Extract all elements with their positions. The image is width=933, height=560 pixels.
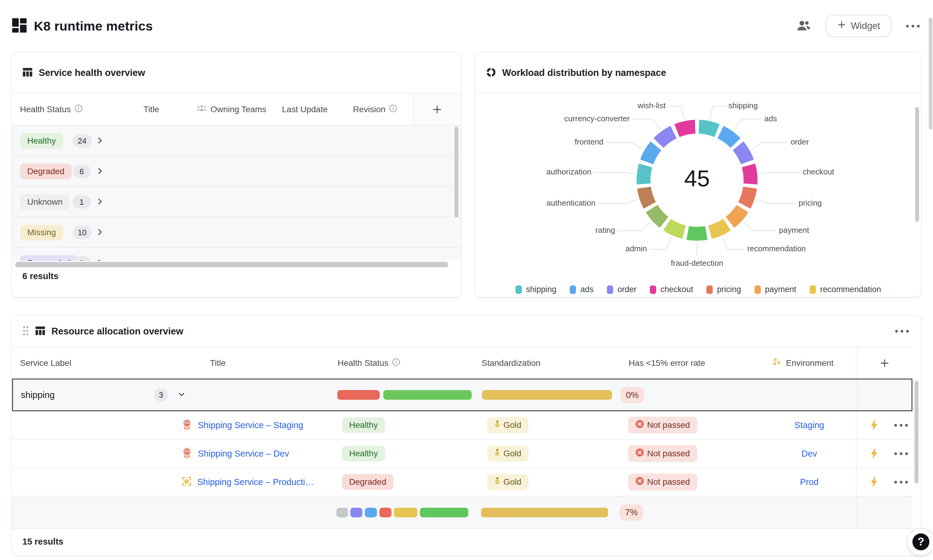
- donut-segment-pricing[interactable]: [744, 188, 750, 205]
- widget-menu-button[interactable]: [893, 328, 911, 334]
- service-link[interactable]: Shipping Service – Staging: [198, 420, 303, 430]
- service-link[interactable]: Shipping Service – Dev: [198, 449, 289, 459]
- table-row-unknown[interactable]: Unknown 1: [12, 187, 461, 217]
- col-health-status[interactable]: Health Status: [20, 105, 71, 114]
- share-users-button[interactable]: [795, 17, 813, 35]
- page-scrollbar[interactable]: [929, 17, 932, 129]
- expand-row-button[interactable]: [94, 165, 105, 177]
- row-menu-button[interactable]: [893, 479, 910, 485]
- col-revision[interactable]: Revision: [353, 105, 385, 114]
- col-title[interactable]: Title: [210, 358, 226, 368]
- vertical-scrollbar[interactable]: [454, 127, 458, 217]
- donut-segment-currency-converter[interactable]: [659, 132, 674, 143]
- health-badge: Healthy: [342, 417, 385, 433]
- label-leader-line: [734, 119, 762, 130]
- status-badge: Unknown: [20, 194, 70, 210]
- legend-item[interactable]: checkout: [650, 285, 693, 294]
- donut-label-pricing: pricing: [799, 198, 822, 208]
- add-column-button[interactable]: [430, 103, 444, 116]
- expand-row-button[interactable]: [94, 226, 105, 238]
- row-menu-button[interactable]: [893, 422, 910, 428]
- col-service-label[interactable]: Service Label: [20, 358, 71, 368]
- add-widget-button[interactable]: Widget: [825, 15, 891, 37]
- col-owning-teams[interactable]: Owning Teams: [211, 105, 266, 114]
- actions-bolt-button[interactable]: [868, 446, 881, 462]
- service-row-dev[interactable]: Shipping Service – Dev Healthy Gold Not …: [12, 440, 912, 468]
- donut-segment-authentication[interactable]: [644, 188, 650, 205]
- standardization-badge: Gold: [487, 446, 528, 462]
- col-standardization[interactable]: Standardization: [482, 358, 540, 368]
- col-health-status[interactable]: Health Status: [338, 358, 388, 368]
- status-badge: Healthy: [20, 133, 63, 149]
- donut-segment-shipping[interactable]: [699, 127, 717, 131]
- col-last-update[interactable]: Last Update: [282, 105, 328, 114]
- donut-segment-payment[interactable]: [730, 209, 742, 223]
- vertical-scrollbar[interactable]: [915, 381, 919, 483]
- table-row-suspended[interactable]: Suspended 1: [12, 248, 461, 261]
- service-row-staging[interactable]: Shipping Service – Staging Healthy Gold …: [12, 411, 912, 440]
- label-leader-line: [756, 200, 796, 204]
- medal-icon: [494, 477, 500, 487]
- legend-item[interactable]: payment: [754, 285, 796, 294]
- horizontal-scrollbar[interactable]: [15, 262, 448, 267]
- table-row-missing[interactable]: Missing 10: [12, 217, 461, 248]
- drag-handle-icon[interactable]: [22, 325, 29, 337]
- resource-table-header: Service Label Title Health Status Standa…: [12, 347, 912, 378]
- donut-segment-recommendation[interactable]: [710, 225, 727, 232]
- environment-link[interactable]: Staging: [794, 420, 824, 430]
- info-icon[interactable]: [392, 358, 400, 368]
- legend-item[interactable]: pricing: [707, 285, 741, 294]
- vertical-scrollbar[interactable]: [915, 107, 919, 222]
- actions-bolt-button[interactable]: [868, 474, 881, 490]
- donut-segment-ads[interactable]: [721, 132, 736, 143]
- x-circle-icon: [635, 477, 644, 488]
- legend-item[interactable]: ads: [570, 285, 594, 294]
- table-row-degraded[interactable]: Degraded 6: [12, 156, 461, 187]
- donut-segment-checkout[interactable]: [748, 165, 751, 184]
- donut-segment-fraud-detection[interactable]: [688, 233, 706, 234]
- add-column-button[interactable]: [878, 356, 891, 370]
- donut-label-authorization: authorization: [547, 167, 591, 176]
- environment-link[interactable]: Dev: [801, 449, 817, 459]
- donut-segment-order[interactable]: [738, 146, 748, 162]
- donut-segment-rating[interactable]: [652, 209, 664, 223]
- actions-bolt-button[interactable]: [868, 418, 881, 433]
- expand-row-button[interactable]: [94, 257, 105, 261]
- group-row-shipping[interactable]: shipping 3 0%: [12, 378, 912, 411]
- legend-item[interactable]: recommendation: [810, 285, 881, 294]
- legend-item[interactable]: order: [607, 285, 636, 294]
- error-rate-badge: 7%: [620, 505, 643, 520]
- x-circle-icon: [635, 448, 644, 459]
- donut-segment-wish-list[interactable]: [677, 127, 695, 131]
- label-leader-line: [751, 142, 788, 149]
- row-menu-button[interactable]: [893, 451, 910, 457]
- group-row-partial[interactable]: 7%: [12, 497, 912, 528]
- legend-swatch: [754, 285, 761, 294]
- page-menu-button[interactable]: [904, 23, 922, 29]
- count-badge: 24: [72, 134, 92, 148]
- col-environment[interactable]: Environment: [786, 358, 833, 368]
- service-row-production[interactable]: Shipping Service – Producti… Degraded Go…: [12, 468, 912, 497]
- service-link[interactable]: Shipping Service – Producti…: [197, 477, 314, 487]
- label-leader-line: [710, 106, 726, 119]
- info-icon[interactable]: [389, 104, 397, 115]
- bar-segment: [394, 508, 417, 517]
- resource-allocation-card: Resource allocation overview Service Lab…: [11, 315, 922, 556]
- col-title[interactable]: Title: [143, 105, 159, 114]
- col-error-rate[interactable]: Has <15% error rate: [629, 358, 705, 368]
- table-widget-icon: [35, 326, 45, 337]
- collapse-group-button[interactable]: [176, 389, 187, 401]
- chart-legend: shipping ads order checkout pricing paym…: [476, 285, 921, 294]
- info-icon[interactable]: [74, 104, 83, 115]
- table-row-healthy[interactable]: Healthy 24: [12, 126, 461, 156]
- expand-row-button[interactable]: [94, 135, 105, 147]
- environment-link[interactable]: Prod: [800, 477, 818, 487]
- expand-row-button[interactable]: [94, 196, 105, 208]
- donut-segment-frontend[interactable]: [647, 146, 656, 162]
- donut-segment-authorization[interactable]: [644, 165, 646, 184]
- donut-label-rating: rating: [595, 226, 615, 235]
- help-button[interactable]: ?: [907, 528, 933, 556]
- status-badge: Degraded: [20, 164, 72, 179]
- donut-segment-admin[interactable]: [667, 225, 684, 232]
- legend-item[interactable]: shipping: [516, 285, 557, 294]
